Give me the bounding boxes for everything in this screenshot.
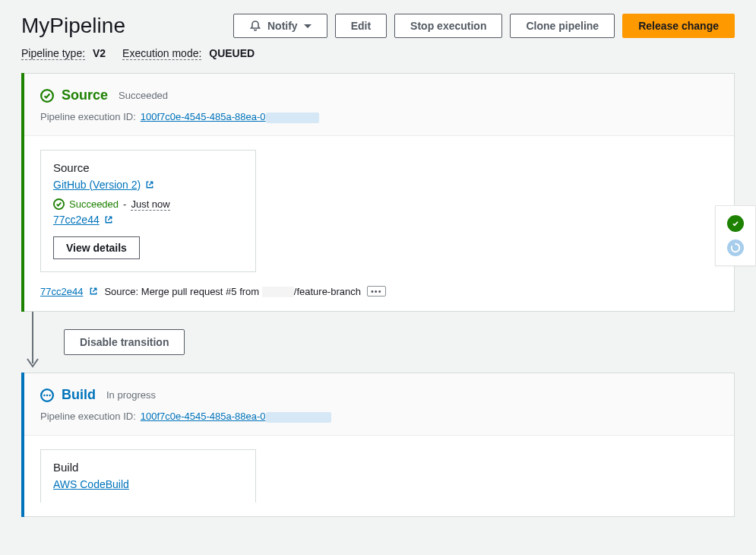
svg-point-4 [43, 394, 45, 395]
stage-build: Build In progress Pipeline execution ID:… [21, 373, 735, 517]
stage-status-bar [21, 73, 24, 312]
pipeline-title: MyPipeline [21, 14, 125, 38]
redacted-text [262, 287, 294, 297]
stop-execution-button[interactable]: Stop execution [394, 14, 502, 38]
svg-point-5 [46, 394, 48, 395]
in-progress-icon [40, 388, 54, 402]
release-change-button[interactable]: Release change [622, 14, 735, 38]
transition-row: Disable transition [21, 312, 735, 373]
status-rail [715, 205, 756, 266]
commit-message: Source: Merge pull request #5 from /feat… [104, 286, 361, 298]
action-timestamp: Just now [131, 198, 169, 211]
status-badge-progress[interactable] [727, 239, 744, 256]
action-card-source: Source GitHub (Version 2) Succeeded - Ju… [40, 150, 256, 272]
commit-msg-pre: Source: Merge pull request #5 from [104, 286, 261, 297]
caret-down-icon [304, 24, 312, 28]
action-status: Succeeded [69, 198, 119, 210]
status-badge-success[interactable] [727, 215, 744, 232]
external-link-icon [145, 180, 154, 189]
execution-mode-value: QUEUED [209, 47, 255, 59]
commit-link[interactable]: 77cc2e44 [53, 214, 100, 226]
provider-link[interactable]: GitHub (Version 2) [53, 179, 141, 191]
execution-id-text: 100f7c0e-4545-485a-88ea-0 [141, 111, 266, 122]
execution-id-label: Pipeline execution ID: [40, 411, 136, 422]
external-link-icon [89, 287, 98, 296]
execution-id-label: Pipeline execution ID: [40, 111, 136, 122]
execution-mode-label: Execution mode: [122, 47, 201, 60]
pipeline-type-value: V2 [93, 47, 106, 59]
success-icon [40, 89, 54, 103]
disable-transition-button[interactable]: Disable transition [64, 329, 185, 355]
commit-msg-post: /feature-branch [294, 286, 361, 297]
stage-name: Build [62, 387, 96, 403]
edit-button[interactable]: Edit [335, 14, 387, 38]
footer-commit-link[interactable]: 77cc2e44 [40, 286, 83, 297]
notify-button[interactable]: Notify [233, 14, 327, 38]
spinner-icon [730, 243, 741, 253]
action-card-build: Build AWS CodeBuild [40, 449, 256, 503]
view-details-button[interactable]: View details [53, 236, 140, 259]
header-actions: Notify Edit Stop execution Clone pipelin… [233, 14, 735, 38]
provider-link[interactable]: AWS CodeBuild [53, 478, 129, 490]
transition-arrow-icon [21, 312, 44, 373]
stage-name: Source [62, 87, 108, 103]
stage-status-bar [21, 373, 24, 517]
external-link-icon [104, 215, 113, 224]
stage-source: Source Succeeded Pipeline execution ID: … [21, 73, 735, 312]
action-name: Build [53, 461, 243, 474]
separator: - [123, 198, 126, 210]
pipeline-type-label: Pipeline type: [21, 47, 85, 60]
clone-pipeline-button[interactable]: Clone pipeline [510, 14, 615, 38]
svg-point-6 [49, 394, 50, 395]
success-icon [53, 198, 65, 210]
execution-id-link[interactable]: 100f7c0e-4545-485a-88ea-0 [141, 111, 319, 123]
stage-status: Succeeded [119, 90, 168, 101]
execution-id-link[interactable]: 100f7c0e-4545-485a-88ea-0 [141, 411, 331, 423]
more-icon[interactable]: ••• [367, 286, 386, 297]
stage-status: In progress [106, 389, 156, 401]
bell-icon [249, 20, 261, 32]
redacted-text [266, 113, 319, 123]
execution-id-text: 100f7c0e-4545-485a-88ea-0 [141, 411, 266, 422]
check-icon [731, 219, 740, 228]
action-name: Source [53, 161, 243, 174]
redacted-text [266, 412, 331, 423]
notify-label: Notify [267, 20, 298, 32]
